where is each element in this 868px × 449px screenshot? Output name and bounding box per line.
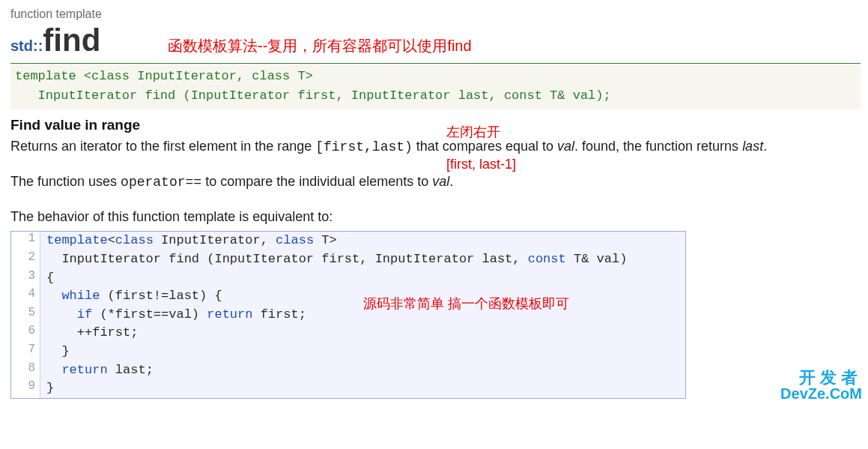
paragraph-2: The function uses operator== to compare …	[10, 172, 861, 192]
code-line: 7 }	[11, 343, 685, 361]
p2-val: val	[432, 174, 449, 189]
range-annotation-2: [first, last-1]	[446, 154, 516, 174]
function-name: find	[43, 22, 100, 58]
subheading: Find value in range	[10, 117, 861, 133]
p1-range: [first,last)	[315, 139, 413, 154]
code-content: ++first;	[40, 324, 686, 343]
code-content: }	[40, 343, 686, 361]
line-number: 3	[11, 269, 40, 288]
title-row: std::find 函数模板算法--复用，所有容器都可以使用find	[10, 22, 861, 58]
namespace-prefix: std::	[10, 37, 43, 54]
p2-text-c: .	[449, 174, 453, 189]
watermark-line1: 开发者	[780, 369, 862, 386]
code-line: 9}	[11, 379, 685, 398]
code-line: 1template<class InputIterator, class T>	[11, 232, 685, 250]
code-line: 4 while (first!=last) {	[11, 287, 685, 306]
code-content: return last;	[40, 361, 686, 380]
watermark-line2: DevZe.CoM	[780, 386, 862, 402]
line-number: 6	[11, 324, 40, 343]
paragraph-1: Returns an iterator to the first element…	[10, 136, 861, 157]
paragraph-3: The behavior of this function template i…	[10, 207, 861, 226]
watermark: 开发者 DevZe.CoM	[780, 369, 862, 402]
code-line: 2 InputIterator find (InputIterator firs…	[11, 250, 685, 269]
p1-last: last	[742, 139, 763, 154]
code-line: 5 if (*first==val) return first;	[11, 306, 685, 325]
line-number: 1	[11, 232, 40, 250]
p2-text-b: to compare the individual elements to	[201, 174, 432, 189]
p1-text-b: that compares equal to	[413, 139, 557, 154]
line-number: 5	[11, 306, 40, 325]
title-annotation: 函数模板算法--复用，所有容器都可以使用find	[168, 36, 472, 56]
p1-text-c: . found, the function returns	[574, 139, 742, 154]
p1-val: val	[557, 139, 574, 154]
code-line: 6 ++first;	[11, 324, 685, 343]
code-content: }	[40, 379, 686, 398]
source-annotation: 源码非常简单 搞一个函数模板即可	[363, 295, 569, 313]
line-number: 4	[11, 287, 40, 306]
line-number: 9	[11, 379, 40, 398]
code-content: {	[40, 269, 686, 288]
line-number: 8	[11, 361, 40, 380]
category-label: function template	[10, 7, 861, 21]
line-number: 7	[11, 343, 40, 361]
code-table: 1template<class InputIterator, class T>2…	[11, 232, 685, 398]
p1-text-a: Returns an iterator to the first element…	[10, 139, 315, 154]
line-number: 2	[11, 250, 40, 269]
code-content: InputIterator find (InputIterator first,…	[40, 250, 686, 269]
code-content: template<class InputIterator, class T>	[40, 232, 686, 250]
code-line: 8 return last;	[11, 361, 685, 380]
code-line: 3{	[11, 269, 685, 288]
p1-text-d: .	[763, 139, 767, 154]
p2-operator: operator==	[121, 175, 201, 190]
signature-block: template <class InputIterator, class T> …	[10, 63, 861, 109]
code-block: 1template<class InputIterator, class T>2…	[10, 231, 686, 399]
p2-text-a: The function uses	[10, 174, 121, 189]
